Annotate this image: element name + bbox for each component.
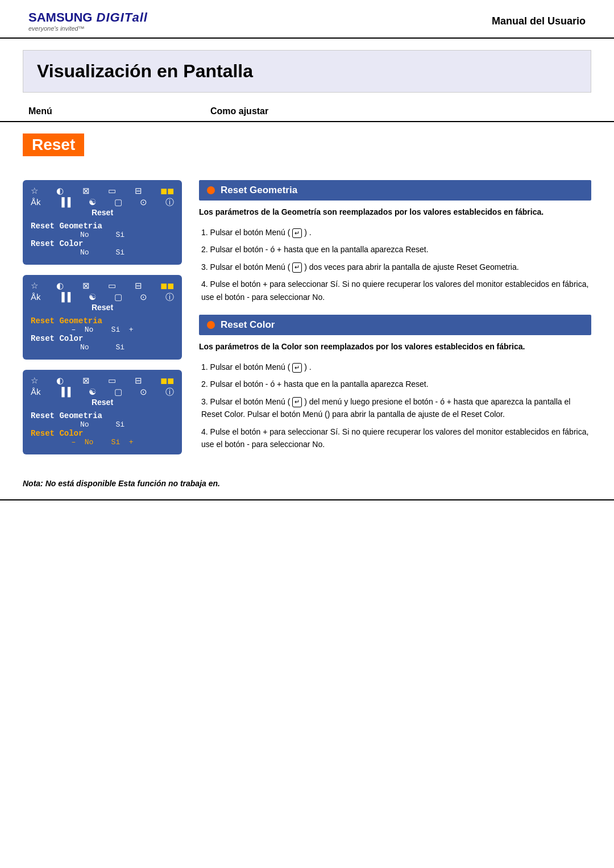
enter-icon-1: ↵: [292, 228, 302, 238]
icon-contrast-2: ◐: [56, 281, 64, 291]
icon-save-3: ⊟: [135, 375, 142, 386]
section-dot-1: [207, 186, 215, 194]
icon-size-3: ⊠: [82, 375, 90, 386]
menu-box-3-label: Reset: [31, 398, 174, 407]
col-headers: Menú Como ajustar: [0, 98, 614, 122]
icon-contrast-3: ◐: [56, 375, 64, 386]
reset-label: Reset: [23, 133, 84, 156]
col-how-header: Como ajustar: [210, 106, 586, 116]
icon-circle-3: ⊙: [140, 387, 147, 398]
icons-top-row-1: ☆ ◐ ⊠ ▭ ⊟ ◼◼: [31, 186, 174, 196]
icons-top-row-2: ☆ ◐ ⊠ ▭ ⊟ ◼◼: [31, 281, 174, 291]
icon-save-2: ⊟: [135, 281, 142, 291]
icon-ak-3: Åk: [31, 387, 41, 398]
icon-wave: ☯: [89, 197, 96, 208]
icon-bar-3: ▐▐: [59, 387, 70, 398]
menu-box-2-item-3: Reset Color: [31, 334, 174, 343]
icon-video-3: ◼◼: [160, 375, 174, 386]
samsung-logo: SAMSUNG DIGITall everyone's invited™: [28, 10, 148, 32]
menu-box-2: ☆ ◐ ⊠ ▭ ⊟ ◼◼ Åk ▐▐ ☯ ▢ ⊙ ⓘ Reset Res: [23, 275, 182, 360]
icon-brightness-2: ☆: [31, 281, 38, 291]
step-1-2: 2. Pulsar el botón - ó + hasta que en la…: [199, 243, 591, 256]
icon-bar-2: ▐▐: [59, 292, 70, 303]
menu-box-2-content: Reset Geometria – No Si + Reset Color No…: [31, 316, 174, 352]
menu-box-1-item-2: No Si: [31, 231, 174, 239]
icon-position: ▭: [108, 186, 116, 196]
icon-contrast: ◐: [56, 186, 64, 196]
icon-circle: ⊙: [140, 197, 147, 208]
icon-square-3: ▢: [114, 387, 122, 398]
menu-box-3: ☆ ◐ ⊠ ▭ ⊟ ◼◼ Åk ▐▐ ☯ ▢ ⊙ ⓘ Reset Res: [23, 370, 182, 454]
menu-box-1-item-1: Reset Geometria: [31, 222, 174, 231]
icon-ak-2: Åk: [31, 292, 41, 303]
menu-box-1-item-3: Reset Color: [31, 239, 174, 248]
icon-info-2: ⓘ: [165, 292, 174, 303]
page-wrapper: SAMSUNG DIGITall everyone's invited™ Man…: [0, 0, 614, 868]
section-header-2: Reset Color: [199, 315, 591, 335]
icon-bar: ▐▐: [59, 197, 70, 208]
icon-video: ◼◼: [160, 186, 174, 196]
icons-bottom-row-3: Åk ▐▐ ☯ ▢ ⊙ ⓘ: [31, 387, 174, 398]
icon-size-2: ⊠: [82, 281, 90, 291]
icon-info-3: ⓘ: [165, 387, 174, 398]
step-1-4: 4. Pulse el botón + para seleccionar Sí.…: [199, 278, 591, 303]
menu-box-3-item-3: Reset Color: [31, 429, 174, 438]
main-content: ☆ ◐ ⊠ ▭ ⊟ ◼◼ Åk ▐▐ ☯ ▢ ⊙ ⓘ Reset Res: [0, 169, 614, 473]
icon-square: ▢: [114, 197, 122, 208]
section-title-1: Reset Geometria: [221, 185, 297, 196]
page-title: Visualización en Pantalla: [37, 61, 577, 82]
menu-box-1: ☆ ◐ ⊠ ▭ ⊟ ◼◼ Åk ▐▐ ☯ ▢ ⊙ ⓘ Reset Res: [23, 180, 182, 265]
icon-square-2: ▢: [114, 292, 122, 303]
icon-save: ⊟: [135, 186, 142, 196]
step-2-3: 3. Pulsar el botón Menú ( ↵ ) del menú y…: [199, 395, 591, 421]
icon-position-3: ▭: [108, 375, 116, 386]
step-2-1: 1. Pulsar el botón Menú ( ↵ ) .: [199, 361, 591, 373]
menu-box-2-label: Reset: [31, 303, 174, 312]
icon-brightness: ☆: [31, 186, 38, 196]
menu-box-1-content: Reset Geometria No Si Reset Color No Si: [31, 222, 174, 257]
enter-icon-2: ↵: [292, 262, 302, 272]
header: SAMSUNG DIGITall everyone's invited™ Man…: [0, 0, 614, 39]
step-2-4: 4. Pulse el botón + para seleccionar Sí.…: [199, 425, 591, 451]
bottom-note: Nota: No está disponible Esta función no…: [0, 473, 614, 499]
icon-size: ⊠: [82, 186, 90, 196]
icon-brightness-3: ☆: [31, 375, 38, 386]
menu-box-2-item-4: No Si: [31, 343, 174, 352]
icon-wave-3: ☯: [89, 387, 96, 398]
icon-position-2: ▭: [108, 281, 116, 291]
section-desc-1: Los parámetros de la Geometría son reemp…: [199, 206, 591, 218]
manual-title: Manual del Usuario: [492, 15, 586, 27]
step-2-2: 2. Pulsar el botón - ó + hasta que en la…: [199, 378, 591, 390]
icons-bottom-row-1: Åk ▐▐ ☯ ▢ ⊙ ⓘ: [31, 197, 174, 208]
menu-box-1-label: Reset: [31, 208, 174, 217]
icons-top-row-3: ☆ ◐ ⊠ ▭ ⊟ ◼◼: [31, 375, 174, 386]
menu-box-3-item-2: No Si: [31, 420, 174, 429]
left-col: ☆ ◐ ⊠ ▭ ⊟ ◼◼ Åk ▐▐ ☯ ▢ ⊙ ⓘ Reset Res: [23, 180, 182, 462]
icons-bottom-row-2: Åk ▐▐ ☯ ▢ ⊙ ⓘ: [31, 292, 174, 303]
section-header-1: Reset Geometria: [199, 180, 591, 201]
section-steps-2: 1. Pulsar el botón Menú ( ↵ ) . 2. Pulsa…: [199, 361, 591, 450]
menu-box-2-item-1: Reset Geometria: [31, 316, 174, 326]
icon-wave-2: ☯: [89, 292, 96, 303]
tagline: everyone's invited™: [28, 25, 85, 32]
menu-box-3-item-1: Reset Geometria: [31, 411, 174, 420]
brand-name: SAMSUNG DIGITall: [28, 10, 148, 25]
right-col: Reset Geometria Los parámetros de la Geo…: [199, 180, 591, 462]
menu-box-3-item-4: – No Si +: [31, 438, 174, 446]
section-desc-2: Los parámetros de la Color son reemplaza…: [199, 341, 591, 353]
section-dot-2: [207, 321, 215, 329]
step-1-1: 1. Pulsar el botón Menú ( ↵ ) .: [199, 226, 591, 239]
bottom-divider: [0, 499, 614, 500]
icon-info: ⓘ: [165, 197, 174, 208]
icon-ak: Åk: [31, 197, 41, 208]
menu-box-1-item-4: No Si: [31, 248, 174, 257]
page-title-box: Visualización en Pantalla: [23, 50, 591, 93]
icon-video-2: ◼◼: [160, 281, 174, 291]
section-steps-1: 1. Pulsar el botón Menú ( ↵ ) . 2. Pulsa…: [199, 226, 591, 303]
menu-box-2-item-2: – No Si +: [31, 326, 174, 334]
section-title-2: Reset Color: [221, 319, 275, 331]
enter-icon-4: ↵: [292, 397, 302, 407]
icon-circle-2: ⊙: [140, 292, 147, 303]
step-1-3: 3. Pulsar el botón Menú ( ↵ ) dos veces …: [199, 261, 591, 273]
reset-label-section: Reset: [0, 133, 614, 162]
